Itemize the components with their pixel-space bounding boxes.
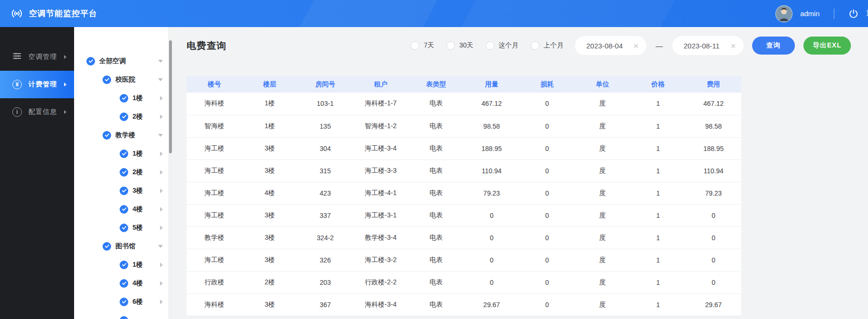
tree-item-label: 3楼: [132, 187, 143, 195]
table-cell: 教学楼: [187, 226, 242, 249]
chevron-right-icon: [64, 55, 66, 59]
query-button[interactable]: 查询: [752, 37, 795, 55]
quick-range-radio-1[interactable]: 30天: [446, 41, 473, 50]
tree-item[interactable]: 校医院: [74, 70, 172, 89]
checkbox-checked-icon[interactable]: [86, 57, 95, 66]
checkbox-checked-icon[interactable]: [120, 187, 128, 195]
date-end-input[interactable]: 2023-08-11 ×: [672, 36, 744, 55]
table-cell: 3楼: [242, 249, 298, 271]
sidebar: 空调管理¥计费管理i配置信息: [0, 27, 74, 319]
tree-item[interactable]: 3楼: [74, 181, 172, 200]
chevron-right-icon[interactable]: [160, 96, 163, 101]
export-button[interactable]: 导出EXL: [803, 37, 851, 55]
tree-item[interactable]: 1楼: [74, 144, 172, 163]
chevron-right-icon[interactable]: [160, 151, 163, 156]
table-cell: 3楼: [242, 226, 298, 249]
tree-scrollbar[interactable]: [168, 27, 172, 319]
table-cell: 度: [575, 93, 631, 115]
chevron-right-icon[interactable]: [160, 114, 163, 119]
sidebar-item-billing-management[interactable]: ¥计费管理: [0, 71, 74, 98]
tree-item-label: 1楼: [132, 150, 143, 158]
clear-date-icon[interactable]: ×: [633, 41, 639, 50]
radio-label: 7天: [424, 41, 434, 50]
date-start-input[interactable]: 2023-08-04 ×: [575, 36, 646, 55]
table-cell: 0: [519, 226, 575, 249]
quick-range-radio-3[interactable]: 上个月: [531, 41, 564, 50]
tree-item[interactable]: 教学楼: [74, 126, 172, 144]
power-icon[interactable]: [849, 9, 859, 19]
logout-button[interactable]: 退出: [866, 9, 868, 18]
checkbox-checked-icon[interactable]: [120, 316, 128, 319]
table-cell: 79.23: [464, 182, 519, 204]
chevron-down-icon[interactable]: [158, 245, 163, 248]
radio-icon[interactable]: [411, 41, 419, 50]
checkbox-checked-icon[interactable]: [120, 168, 128, 177]
tree-item[interactable]: 1楼: [74, 255, 172, 274]
header-decoration: [445, 0, 685, 27]
table-cell: 度: [575, 249, 631, 271]
checkbox-checked-icon[interactable]: [120, 279, 128, 288]
checkbox-checked-icon[interactable]: [120, 94, 128, 103]
scrollbar-thumb[interactable]: [169, 40, 172, 153]
checkbox-checked-icon[interactable]: [103, 131, 111, 140]
chevron-right-icon[interactable]: [160, 263, 163, 267]
checkbox-checked-icon[interactable]: [103, 242, 111, 251]
table-cell: 1: [630, 160, 686, 182]
chevron-right-icon[interactable]: [160, 188, 163, 193]
chevron-right-icon[interactable]: [160, 300, 163, 304]
checkbox-checked-icon[interactable]: [120, 224, 128, 232]
column-header: 楼层: [242, 76, 298, 93]
yen-circle-icon: ¥: [12, 80, 22, 89]
avatar[interactable]: [775, 5, 793, 22]
tree-item[interactable]: 图书馆: [74, 237, 172, 255]
table-cell: 103-1: [298, 93, 353, 115]
chevron-right-icon[interactable]: [160, 281, 163, 286]
table-cell: 1: [630, 204, 686, 226]
table-cell: 1: [630, 249, 686, 271]
tree-item[interactable]: 5楼: [74, 218, 172, 237]
table-cell: 4楼: [242, 182, 298, 204]
checkbox-checked-icon[interactable]: [120, 298, 128, 306]
chevron-right-icon[interactable]: [160, 207, 163, 212]
table-cell: 电表: [408, 137, 464, 160]
checkbox-checked-icon[interactable]: [103, 75, 111, 84]
quick-range-radio-2[interactable]: 这个月: [486, 41, 519, 50]
tree-item[interactable]: [74, 311, 172, 319]
table-cell: 1楼: [242, 115, 298, 137]
username[interactable]: admin: [800, 9, 820, 18]
radio-icon[interactable]: [446, 41, 455, 50]
quick-range-radio-0[interactable]: 7天: [411, 41, 434, 50]
checkbox-checked-icon[interactable]: [120, 205, 128, 214]
checkbox-checked-icon[interactable]: [120, 113, 128, 121]
tree-item[interactable]: 2楼: [74, 107, 172, 126]
table-cell: 海工楼-3-3: [353, 160, 408, 182]
table-cell: 135: [298, 115, 353, 137]
checkbox-checked-icon[interactable]: [120, 261, 128, 269]
chevron-right-icon[interactable]: [160, 170, 163, 175]
table-cell: 98.58: [464, 115, 519, 137]
chevron-right-icon[interactable]: [160, 225, 163, 230]
table-row: 海工楼3楼326海工楼-3-2电表00度10: [187, 249, 741, 271]
clear-date-icon[interactable]: ×: [731, 41, 736, 50]
tree-item[interactable]: 6楼: [74, 292, 172, 311]
radio-icon[interactable]: [486, 41, 494, 50]
tree-item[interactable]: 2楼: [74, 163, 172, 181]
sidebar-item-ac-management[interactable]: 空调管理: [0, 43, 74, 71]
tree-item[interactable]: 4楼: [74, 200, 172, 218]
app: 空调节能监控平台 admin 退出 空调: [0, 0, 868, 319]
sidebar-item-config-info[interactable]: i配置信息: [0, 98, 74, 126]
chevron-down-icon[interactable]: [158, 78, 163, 81]
tree-item[interactable]: 4楼: [74, 274, 172, 292]
table-cell: 367: [298, 293, 353, 316]
checkbox-checked-icon[interactable]: [120, 150, 128, 158]
chevron-down-icon[interactable]: [158, 60, 163, 63]
tree-item[interactable]: 全部空调: [74, 52, 172, 70]
radio-icon[interactable]: [531, 41, 539, 50]
tree-item[interactable]: 1楼: [74, 89, 172, 107]
table-body: 海科楼1楼103-1海科楼-1-7电表467.120度1467.12智海楼1楼1…: [187, 93, 741, 316]
table-cell: 3楼: [242, 160, 298, 182]
table-cell: 行政楼-2-2: [353, 271, 408, 293]
table-cell: 110.94: [464, 160, 519, 182]
chevron-down-icon[interactable]: [158, 134, 163, 137]
sidebar-item-label: 计费管理: [28, 80, 57, 89]
